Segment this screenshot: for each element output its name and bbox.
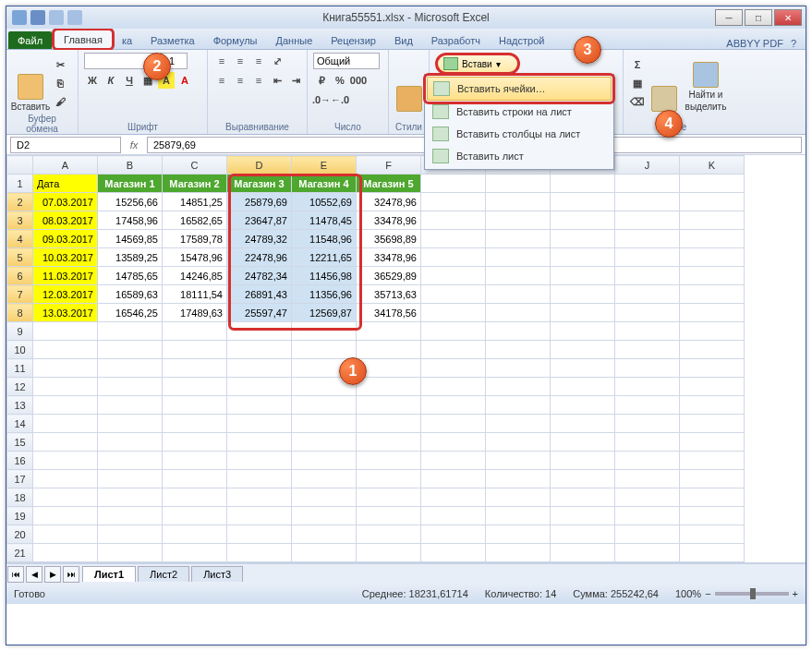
cell-8-3[interactable]: 25597,47: [227, 304, 292, 322]
close-button[interactable]: ✕: [774, 9, 802, 26]
cell-empty[interactable]: [615, 304, 680, 322]
percent-icon[interactable]: %: [332, 72, 348, 89]
row-header-2[interactable]: 2: [7, 193, 33, 211]
cell-empty[interactable]: [551, 452, 615, 470]
cell-3-2[interactable]: 16582,65: [163, 211, 227, 230]
cell-empty[interactable]: [551, 525, 615, 544]
cell-empty[interactable]: [98, 341, 163, 359]
cell-empty[interactable]: [357, 433, 421, 452]
cell-empty[interactable]: [680, 230, 745, 248]
sheet-tab-2[interactable]: Лист2: [138, 566, 189, 582]
row-header-3[interactable]: 3: [7, 211, 33, 230]
cell-empty[interactable]: [551, 396, 615, 415]
cell-empty[interactable]: [551, 285, 615, 304]
cell-7-0[interactable]: 12.03.2017: [33, 285, 98, 304]
find-select-button[interactable]: Найти и выделить: [683, 53, 729, 112]
cell-empty[interactable]: [680, 507, 745, 525]
insert-cells-button[interactable]: Встави ▾: [435, 53, 520, 75]
cell-empty[interactable]: [357, 562, 421, 564]
dec-decimal-icon[interactable]: ←.0: [332, 91, 348, 108]
cell-8-2[interactable]: 17489,63: [163, 304, 227, 322]
cell-2-2[interactable]: 14851,25: [163, 193, 227, 211]
name-box[interactable]: D2: [10, 137, 121, 153]
dd-insert-cols[interactable]: Вставить столбцы на лист: [427, 123, 612, 145]
row-header-8[interactable]: 8: [7, 304, 33, 322]
tab-insert[interactable]: ка: [113, 31, 141, 49]
font-color-button[interactable]: A: [176, 72, 193, 89]
cell-empty[interactable]: [421, 507, 486, 525]
dd-insert-sheet[interactable]: Вставить лист: [427, 145, 612, 167]
cell-4-4[interactable]: 11548,96: [292, 230, 357, 248]
cell-empty[interactable]: [421, 562, 486, 564]
col-header-C[interactable]: C: [163, 156, 227, 175]
cell-empty[interactable]: [551, 211, 615, 230]
cell-empty[interactable]: [357, 322, 421, 341]
tab-data[interactable]: Данные: [267, 31, 322, 49]
cell-empty[interactable]: [163, 415, 227, 433]
cell-empty[interactable]: [680, 175, 745, 193]
align-right-icon[interactable]: ≡: [250, 72, 267, 89]
cell-empty[interactable]: [33, 322, 98, 341]
cell-empty[interactable]: [227, 507, 292, 525]
cell-empty[interactable]: [33, 488, 98, 507]
sheet-nav-prev[interactable]: ◀: [26, 566, 42, 583]
col-header-K[interactable]: K: [680, 156, 745, 175]
cell-empty[interactable]: [680, 452, 745, 470]
zoom-control[interactable]: 100% − +: [675, 588, 798, 599]
cell-empty[interactable]: [33, 359, 98, 378]
cell-3-0[interactable]: 08.03.2017: [33, 211, 98, 230]
cell-header-1[interactable]: Магазин 1: [98, 175, 163, 193]
cell-empty[interactable]: [98, 433, 163, 452]
row-header-14[interactable]: 14: [7, 415, 33, 433]
sheet-nav-last[interactable]: ⏭: [63, 566, 79, 583]
row-header-19[interactable]: 19: [7, 507, 33, 525]
cell-empty[interactable]: [486, 525, 551, 544]
cell-5-2[interactable]: 15478,96: [163, 248, 227, 267]
cell-empty[interactable]: [486, 175, 551, 193]
cell-6-0[interactable]: 11.03.2017: [33, 267, 98, 285]
cell-empty[interactable]: [551, 359, 615, 378]
sheet-tab-3[interactable]: Лист3: [191, 566, 243, 582]
zoom-slider[interactable]: [715, 592, 789, 596]
cell-empty[interactable]: [680, 248, 745, 267]
col-header-A[interactable]: A: [33, 156, 98, 175]
select-all-corner[interactable]: [7, 156, 33, 175]
row-header-18[interactable]: 18: [7, 488, 33, 507]
cell-7-4[interactable]: 11356,96: [292, 285, 357, 304]
paste-button[interactable]: Вставить: [12, 53, 49, 112]
row-header-21[interactable]: 21: [7, 544, 33, 562]
cell-empty[interactable]: [421, 359, 486, 378]
cell-empty[interactable]: [486, 304, 551, 322]
cell-empty[interactable]: [680, 378, 745, 396]
cell-empty[interactable]: [98, 452, 163, 470]
cell-empty[interactable]: [421, 415, 486, 433]
cell-empty[interactable]: [486, 193, 551, 211]
cell-empty[interactable]: [163, 322, 227, 341]
cell-2-4[interactable]: 10552,69: [292, 193, 357, 211]
dd-insert-rows[interactable]: Вставить строки на лист: [427, 101, 612, 123]
cell-empty[interactable]: [98, 525, 163, 544]
cell-empty[interactable]: [680, 562, 745, 564]
cell-empty[interactable]: [292, 433, 357, 452]
cell-empty[interactable]: [163, 433, 227, 452]
cell-empty[interactable]: [163, 544, 227, 562]
cell-empty[interactable]: [292, 415, 357, 433]
cell-empty[interactable]: [680, 322, 745, 341]
zoom-in-icon[interactable]: +: [793, 588, 798, 599]
cell-empty[interactable]: [357, 396, 421, 415]
cell-empty[interactable]: [292, 562, 357, 564]
cell-empty[interactable]: [680, 304, 745, 322]
help-icon[interactable]: ?: [791, 38, 796, 49]
cell-empty[interactable]: [486, 562, 551, 564]
row-header-10[interactable]: 10: [7, 341, 33, 359]
cell-empty[interactable]: [615, 175, 680, 193]
cell-2-3[interactable]: 25879,69: [227, 193, 292, 211]
cell-empty[interactable]: [680, 359, 745, 378]
cell-empty[interactable]: [486, 211, 551, 230]
cell-empty[interactable]: [33, 507, 98, 525]
zoom-out-icon[interactable]: −: [705, 588, 710, 599]
cell-empty[interactable]: [551, 267, 615, 285]
cell-empty[interactable]: [680, 285, 745, 304]
cell-5-5[interactable]: 33478,96: [357, 248, 421, 267]
cell-empty[interactable]: [33, 341, 98, 359]
